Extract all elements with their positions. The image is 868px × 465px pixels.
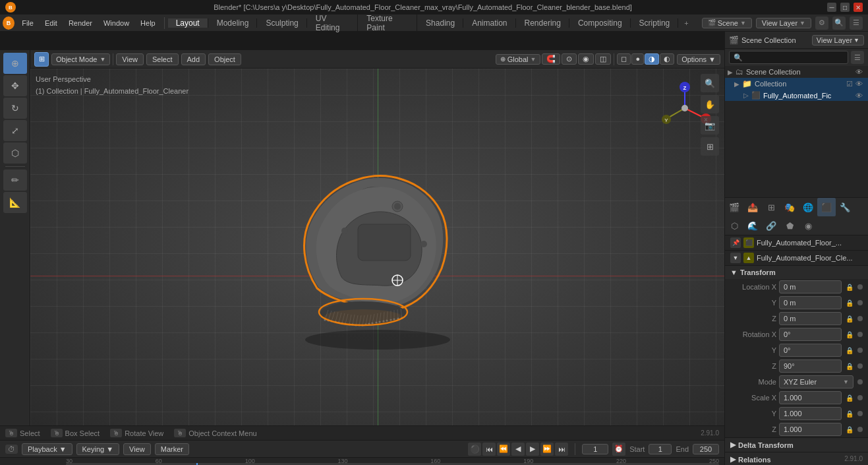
- rotation-x-value[interactable]: 0°: [779, 328, 842, 341]
- mode-dropdown[interactable]: Object Mode ▼: [51, 53, 110, 65]
- start-frame[interactable]: 1: [649, 444, 672, 454]
- location-z-value[interactable]: 0 m: [779, 312, 842, 325]
- add-menu[interactable]: Add: [181, 53, 206, 65]
- workspace-tab-texture[interactable]: Texture Paint: [359, 14, 417, 32]
- camera-view-tool[interactable]: 📷: [701, 116, 719, 135]
- prop-scene-icon[interactable]: 🎭: [780, 198, 799, 216]
- play-reverse-button[interactable]: ◀: [511, 443, 525, 456]
- menu-help[interactable]: Help: [135, 18, 161, 28]
- rotation-y-lock[interactable]: 🔒: [846, 347, 854, 354]
- workspace-tab-rendering[interactable]: Rendering: [517, 18, 569, 28]
- zoom-tool[interactable]: 🔍: [701, 74, 719, 92]
- menu-edit[interactable]: Edit: [40, 18, 63, 28]
- location-y-dot[interactable]: [857, 300, 863, 305]
- menu-render[interactable]: Render: [63, 18, 98, 28]
- view-layer-dropdown[interactable]: View Layer ▼: [812, 35, 864, 46]
- jump-end-button[interactable]: ⏭: [555, 443, 568, 456]
- location-z-dot[interactable]: [857, 316, 863, 321]
- prop-modifier-icon[interactable]: 🔧: [836, 198, 854, 216]
- viewport-header-icon[interactable]: ⊞: [34, 52, 49, 67]
- timeline-icon[interactable]: ⏱: [5, 445, 18, 454]
- mode-dot[interactable]: [857, 379, 863, 385]
- rotation-z-dot[interactable]: [857, 363, 863, 369]
- blender-logo-menu[interactable]: B: [3, 16, 14, 30]
- collection-item[interactable]: ▶ 📁 Collection ☑ 👁: [725, 78, 868, 90]
- cursor-tool[interactable]: ⊕: [3, 53, 27, 74]
- end-frame[interactable]: 250: [693, 444, 719, 454]
- prop-object-icon[interactable]: ⬛: [817, 198, 836, 216]
- scale-y-lock[interactable]: 🔒: [846, 410, 854, 418]
- transform-header[interactable]: ▼ Transform: [725, 266, 868, 279]
- minimize-button[interactable]: ─: [827, 3, 836, 12]
- prop-world-icon[interactable]: 🌐: [799, 198, 817, 216]
- next-keyframe-button[interactable]: ⏩: [540, 443, 554, 456]
- keyframe-indicator[interactable]: ⚫: [468, 443, 481, 456]
- scale-z-dot[interactable]: [857, 427, 863, 432]
- shading-solid[interactable]: ●: [631, 53, 644, 65]
- workspace-tab-uv[interactable]: UV Editing: [308, 14, 359, 32]
- prop-constraints-icon[interactable]: 🔗: [762, 216, 780, 235]
- prop-output-icon[interactable]: 📤: [743, 198, 762, 216]
- view-menu-timeline[interactable]: View: [123, 443, 151, 455]
- shading-material[interactable]: ◑: [645, 53, 659, 65]
- prop-render-icon[interactable]: 🎬: [725, 198, 743, 216]
- prop-particles-icon[interactable]: ⬡: [725, 216, 743, 235]
- viewport-3d[interactable]: User Perspective (1) Collection | Fully_…: [30, 69, 724, 425]
- hand-pan-tool[interactable]: ✋: [701, 95, 719, 113]
- prop-material-icon[interactable]: ◉: [799, 216, 817, 235]
- scale-y-value[interactable]: 1.000: [779, 407, 842, 420]
- scene-selector[interactable]: 🎬 Scene ▼: [702, 18, 752, 28]
- playback-menu[interactable]: Playback ▼: [22, 443, 72, 455]
- search-icon[interactable]: 🔍: [832, 16, 846, 30]
- scale-x-value[interactable]: 1.000: [779, 391, 842, 404]
- shading-wire[interactable]: ◻: [617, 53, 631, 65]
- prop-data-icon[interactable]: ⬟: [780, 216, 799, 235]
- prev-keyframe-button[interactable]: ⏪: [497, 443, 510, 456]
- annotate-tool[interactable]: ✏: [3, 170, 27, 191]
- current-frame[interactable]: 1: [582, 444, 608, 454]
- rotation-z-value[interactable]: 90°: [779, 359, 842, 373]
- filter-icon[interactable]: ☰: [850, 16, 863, 30]
- rotation-z-lock[interactable]: 🔒: [846, 363, 854, 370]
- location-z-lock[interactable]: 🔒: [846, 315, 854, 323]
- rotation-x-lock[interactable]: 🔒: [846, 331, 854, 338]
- render-engines-icon[interactable]: ⚙: [815, 16, 828, 30]
- maximize-button[interactable]: □: [840, 3, 850, 12]
- location-x-dot[interactable]: [857, 284, 863, 290]
- scale-x-dot[interactable]: [857, 395, 863, 400]
- move-tool[interactable]: ✥: [3, 75, 27, 96]
- shading-render[interactable]: ◐: [660, 53, 674, 65]
- menu-window[interactable]: Window: [98, 18, 134, 28]
- prop-view-layer-icon[interactable]: ⊞: [762, 198, 780, 216]
- rotation-mode-dropdown[interactable]: XYZ Euler ▼: [779, 375, 854, 388]
- keying-menu[interactable]: Keying ▼: [76, 443, 120, 455]
- transform-global[interactable]: ⊕ Global ▼: [496, 54, 541, 65]
- xray-button[interactable]: ◫: [595, 53, 611, 65]
- proportional-edit[interactable]: ⊙: [562, 53, 577, 65]
- timeline-body[interactable]: 30 60 100 130 160 190 220 250: [0, 458, 724, 465]
- snap-button[interactable]: 🧲: [542, 53, 560, 65]
- scale-y-dot[interactable]: [857, 411, 863, 416]
- marker-menu[interactable]: Marker: [155, 443, 189, 455]
- view-menu[interactable]: View: [116, 53, 144, 65]
- rotation-y-value[interactable]: 0°: [779, 344, 842, 357]
- transform-tool[interactable]: ⬡: [3, 142, 27, 164]
- delta-transform-header[interactable]: ▶ Delta Transform: [725, 438, 868, 452]
- rotation-x-dot[interactable]: [857, 332, 863, 337]
- options-button[interactable]: Options ▼: [677, 54, 720, 65]
- rotation-y-dot[interactable]: [857, 348, 863, 353]
- fps-indicator[interactable]: ⏰: [612, 443, 625, 456]
- workspace-add-button[interactable]: +: [679, 19, 693, 27]
- outliner-search[interactable]: [729, 51, 848, 64]
- scale-z-value[interactable]: 1.000: [779, 423, 842, 436]
- scale-z-lock[interactable]: 🔒: [846, 426, 854, 433]
- play-button[interactable]: ▶: [526, 443, 539, 456]
- prop-physics-icon[interactable]: 🌊: [743, 216, 762, 235]
- workspace-tab-modeling[interactable]: Modeling: [209, 18, 258, 28]
- view-layer-selector[interactable]: View Layer ▼: [756, 18, 811, 28]
- workspace-tab-shading[interactable]: Shading: [418, 18, 463, 28]
- overlay-button[interactable]: ◉: [578, 53, 594, 65]
- outliner-filter[interactable]: ☰: [851, 51, 864, 64]
- window-controls[interactable]: ─ □ ✕: [827, 3, 863, 12]
- select-menu[interactable]: Select: [146, 53, 179, 65]
